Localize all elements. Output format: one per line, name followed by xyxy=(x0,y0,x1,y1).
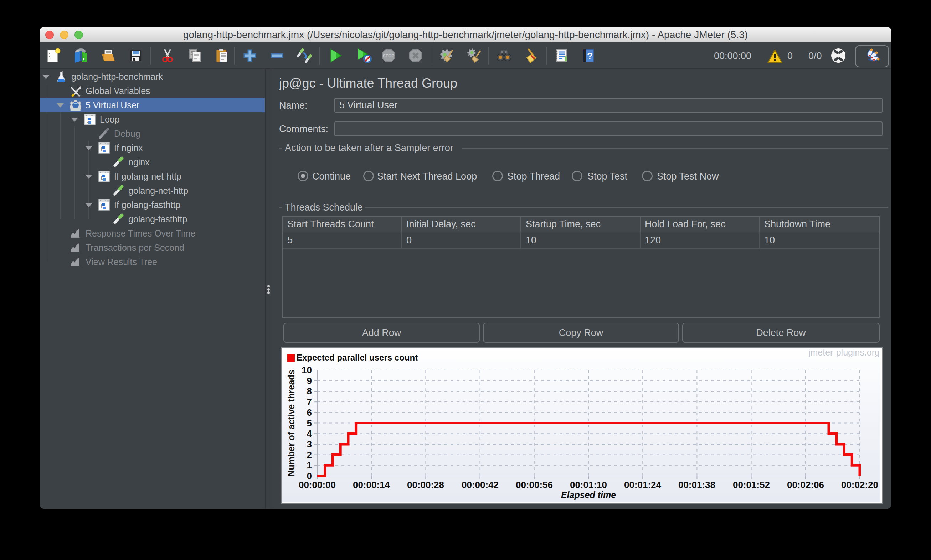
svg-text:STOP: STOP xyxy=(383,54,394,58)
svg-text:?: ? xyxy=(587,51,593,61)
